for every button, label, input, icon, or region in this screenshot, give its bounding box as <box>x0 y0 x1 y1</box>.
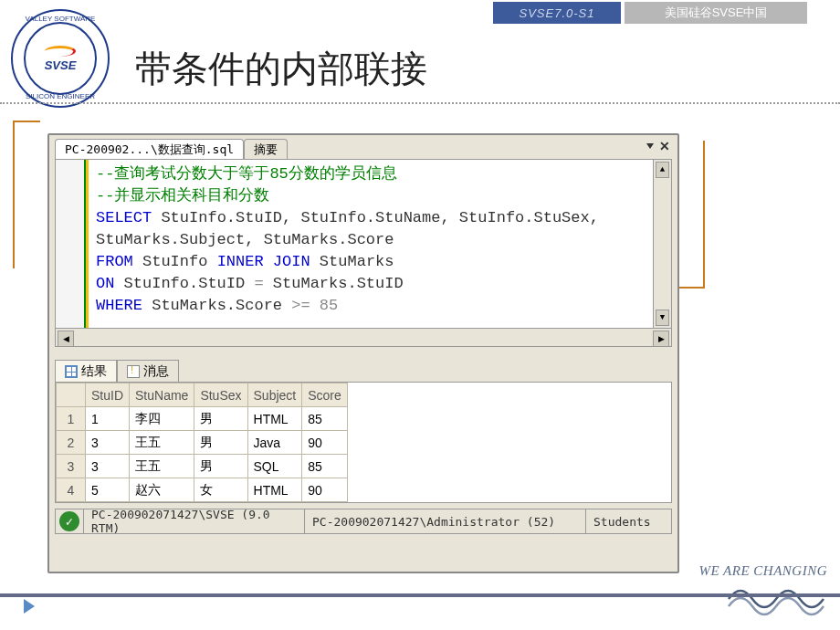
tab-messages[interactable]: 消息 <box>117 360 179 382</box>
cell: 5 <box>86 478 130 502</box>
cell: 赵六 <box>130 478 194 502</box>
tabbar-right: ✕ <box>646 139 670 153</box>
logo-ring-bottom: SILICON ENGINEER <box>26 92 95 100</box>
result-tabbar: 结果 消息 <box>49 356 677 382</box>
status-server: PC-200902071427\SVSE (9.0 RTM) <box>83 509 304 533</box>
grid-header-row: StuID StuName StuSex Subject Score <box>57 383 348 407</box>
kw-on: ON <box>96 275 114 292</box>
status-db: Students <box>585 509 671 533</box>
kw-innerjoin: INNER JOIN <box>217 253 310 270</box>
op-eq: = <box>254 275 263 292</box>
cell: 男 <box>194 407 247 431</box>
cell: 90 <box>302 478 348 502</box>
cell: 3 <box>86 431 130 455</box>
cell: 85 <box>302 455 348 478</box>
tab-file[interactable]: PC-200902...\数据查询.sql <box>55 139 244 159</box>
code-l5a: StuMarks.Score <box>142 297 291 314</box>
close-icon[interactable]: ✕ <box>659 139 670 153</box>
cell: 男 <box>194 431 247 455</box>
status-user: PC-200902071427\Administrator (52) <box>304 509 585 533</box>
table-row[interactable]: 3 3 王五 男 SQL 85 <box>57 455 348 478</box>
col-stuid[interactable]: StuID <box>86 383 130 407</box>
code-l3b: StuMarks <box>310 253 394 270</box>
results-grid[interactable]: StuID StuName StuSex Subject Score 1 1 李… <box>56 383 348 502</box>
code-comment-2: --并显示相关科目和分数 <box>96 187 269 205</box>
scroll-left-icon[interactable]: ◀ <box>58 331 74 347</box>
tab-messages-label: 消息 <box>143 363 169 380</box>
editor-tabbar: PC-200902...\数据查询.sql 摘要 ✕ <box>49 135 677 159</box>
footer-line <box>0 593 840 597</box>
editor-gutter <box>56 160 89 328</box>
col-score[interactable]: Score <box>302 383 348 407</box>
cell: 男 <box>194 455 247 478</box>
kw-from: FROM <box>96 253 133 270</box>
col-stuname[interactable]: StuName <box>130 383 194 407</box>
op-gte: >= 85 <box>291 297 338 314</box>
code-comment-1: --查询考试分数大于等于85分数的学员信息 <box>96 165 397 183</box>
cell: HTML <box>247 478 302 502</box>
row-num: 4 <box>57 478 86 502</box>
version-pill: SVSE7.0-S1 <box>493 2 621 24</box>
dotted-rule <box>0 102 840 104</box>
logo-ring-top: VALLEY SOFTWARE <box>26 15 96 23</box>
scroll-up-icon[interactable]: ▲ <box>656 162 669 178</box>
scroll-right-icon[interactable]: ▶ <box>653 331 669 347</box>
scroll-down-icon[interactable]: ▼ <box>656 310 669 326</box>
cell: 85 <box>302 407 348 431</box>
tab-summary[interactable]: 摘要 <box>244 139 288 159</box>
col-subject[interactable]: Subject <box>247 383 302 407</box>
header-bar: SVSE7.0-S1 美国硅谷SVSE中国 <box>0 0 840 26</box>
code-l3a: StuInfo <box>133 253 217 270</box>
row-num: 1 <box>57 407 86 431</box>
grid-corner <box>57 383 86 407</box>
table-row[interactable]: 4 5 赵六 女 HTML 90 <box>57 478 348 502</box>
logo-inner: SVSE <box>24 22 97 95</box>
vertical-scrollbar[interactable]: ▲ ▼ <box>653 160 671 328</box>
table-row[interactable]: 1 1 李四 男 HTML 85 <box>57 407 348 431</box>
row-num: 2 <box>57 431 86 455</box>
cell: 女 <box>194 478 247 502</box>
cell: 王五 <box>130 455 194 478</box>
logo-abbr: SVSE <box>45 58 77 72</box>
tab-results-label: 结果 <box>81 363 107 380</box>
sql-window: PC-200902...\数据查询.sql 摘要 ✕ --查询考试分数大于等于8… <box>47 133 679 573</box>
kw-where: WHERE <box>96 297 142 314</box>
wave-icon <box>727 581 827 617</box>
code-editor[interactable]: --查询考试分数大于等于85分数的学员信息 --并显示相关科目和分数 SELEC… <box>55 159 672 329</box>
caret-down-icon[interactable] <box>646 143 654 149</box>
kw-select: SELECT <box>96 209 152 226</box>
svse-logo: VALLEY SOFTWARE SVSE SILICON ENGINEER <box>11 9 110 108</box>
cell: 1 <box>86 407 130 431</box>
footer-slogan: WE ARE CHANGING <box>698 563 827 579</box>
status-ok-icon: ✓ <box>59 511 79 531</box>
cell: 3 <box>86 455 130 478</box>
statusbar: ✓ PC-200902071427\SVSE (9.0 RTM) PC-2009… <box>55 509 672 534</box>
col-stusex[interactable]: StuSex <box>194 383 247 407</box>
cell: SQL <box>247 455 302 478</box>
horizontal-scrollbar[interactable]: ◀ ▶ <box>55 329 672 347</box>
table-row[interactable]: 2 3 王五 男 Java 90 <box>57 431 348 455</box>
row-num: 3 <box>57 455 86 478</box>
logo-swoosh-icon <box>45 46 76 57</box>
results-grid-wrap: StuID StuName StuSex Subject Score 1 1 李… <box>55 382 672 503</box>
cell: HTML <box>247 407 302 431</box>
brand-pill: 美国硅谷SVSE中国 <box>625 2 807 24</box>
cell: 90 <box>302 431 348 455</box>
cell: 王五 <box>130 431 194 455</box>
tab-results[interactable]: 结果 <box>55 360 117 382</box>
code-l1: StuInfo.StuID, StuInfo.StuName, StuInfo.… <box>152 209 599 226</box>
code-l4a: StuInfo.StuID <box>114 275 254 292</box>
code-l2: StuMarks.Subject, StuMarks.Score <box>96 231 394 248</box>
code-lines: --查询考试分数大于等于85分数的学员信息 --并显示相关科目和分数 SELEC… <box>89 160 606 328</box>
page-title: 带条件的内部联接 <box>135 44 427 94</box>
splitter[interactable] <box>49 347 677 356</box>
grid-icon <box>65 365 78 378</box>
cell: Java <box>247 431 302 455</box>
footer-arrow-icon <box>24 599 35 614</box>
cell: 李四 <box>130 407 194 431</box>
doc-icon <box>127 365 140 378</box>
code-l4b: StuMarks.StuID <box>264 275 404 292</box>
